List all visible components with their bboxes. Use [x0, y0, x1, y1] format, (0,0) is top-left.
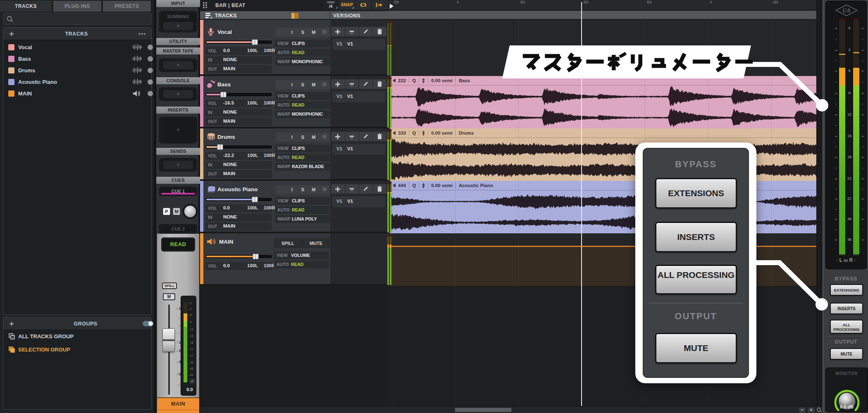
clip-quantize[interactable]: Q: [412, 78, 416, 83]
group-item-selection[interactable]: SELECTION GROUP: [3, 344, 151, 356]
volume-slider[interactable]: [205, 145, 272, 149]
search-input[interactable]: [3, 13, 152, 25]
track-param-row[interactable]: WARPRAZOR BLADE: [275, 163, 330, 171]
track-list-item[interactable]: Vocal: [3, 42, 151, 53]
solo-button[interactable]: S: [297, 30, 308, 35]
clip-collapse-icon[interactable]: [393, 183, 396, 188]
clip-transpose-value[interactable]: 0.00 semi: [431, 183, 453, 188]
bypass-extensions-button[interactable]: EXTENSIONS: [830, 284, 863, 296]
track-monitor-dot[interactable]: [148, 91, 153, 96]
cue-pan-button[interactable]: P: [163, 208, 170, 215]
track-color-swatch[interactable]: [8, 56, 14, 62]
version-chip[interactable]: V1V1: [332, 144, 385, 155]
clip-header[interactable]: 333Q0.00 semiDrums: [390, 128, 816, 138]
lane-vocal[interactable]: [387, 20, 816, 76]
remove-version-button[interactable]: [345, 184, 359, 194]
track-param-row[interactable]: INNONE: [205, 56, 272, 64]
track-list-item[interactable]: MAIN: [3, 88, 151, 100]
track-param-row[interactable]: INNONE: [205, 161, 272, 169]
remove-version-button[interactable]: [345, 79, 359, 89]
solo-button[interactable]: S: [297, 187, 308, 192]
inserts-slot[interactable]: +: [159, 117, 197, 143]
remove-version-button[interactable]: [345, 132, 359, 141]
spill-button[interactable]: SPILL: [274, 241, 302, 246]
sends-add-button[interactable]: +: [163, 161, 193, 169]
track-param-row[interactable]: WARPLUNA POLY: [275, 215, 330, 223]
groups-toggle[interactable]: [143, 321, 153, 326]
add-version-button[interactable]: [331, 27, 345, 36]
volume-slider[interactable]: [205, 40, 272, 44]
bypass-all-processing-button[interactable]: ALL PROCESSING: [830, 320, 863, 334]
track-list-item[interactable]: Acoustic Piano: [3, 76, 151, 88]
track-monitor-dot[interactable]: [148, 79, 153, 85]
inserts-add-button[interactable]: +: [163, 126, 193, 134]
track-param-row[interactable]: VIEWCLIPS: [275, 92, 330, 100]
tracks-panel-menu-button[interactable]: •••: [133, 30, 151, 37]
master-tape-slot[interactable]: +: [159, 59, 197, 72]
freeze-button[interactable]: [319, 82, 330, 88]
track-param-row[interactable]: VIEWVOLUME: [274, 252, 329, 259]
freeze-button[interactable]: [319, 29, 330, 35]
track-param-row[interactable]: WARPMONOPHONIC: [275, 110, 330, 118]
tab-plugins[interactable]: PLUG-INS: [53, 1, 102, 12]
cue1-button[interactable]: CUE 1: [159, 187, 197, 196]
volume-slider[interactable]: [205, 93, 272, 96]
track-param-row[interactable]: VOL0.0100L100R: [205, 47, 272, 55]
link-button[interactable]: [355, 0, 372, 9]
track-header-row[interactable]: VocalISMVOL0.0100L100RINNONEOUTMAINVIEWC…: [200, 20, 387, 75]
clip-transpose-value[interactable]: 0.00 semi: [431, 78, 453, 83]
track-param-row[interactable]: AUTOREAD: [275, 206, 330, 214]
clip-quantize[interactable]: Q: [412, 131, 416, 135]
play-start-marker[interactable]: [390, 4, 393, 9]
track-color-swatch[interactable]: [8, 79, 14, 85]
zoom-tool-icon[interactable]: [816, 407, 823, 413]
console-add-button[interactable]: +: [163, 90, 193, 98]
zoom-in-button[interactable]: +: [808, 408, 814, 413]
vertical-scrollbar[interactable]: [816, 0, 823, 406]
track-param-row[interactable]: OUTMAIN: [205, 170, 272, 178]
solo-button[interactable]: S: [297, 82, 308, 87]
timebase-label[interactable]: BAR | BEAT: [215, 2, 246, 8]
volume-slider[interactable]: [205, 255, 272, 258]
cue-mute-button[interactable]: M: [173, 208, 180, 215]
version-chip[interactable]: V1V1: [332, 91, 385, 102]
track-param-row[interactable]: AUTOREAD: [275, 101, 330, 109]
edit-version-button[interactable]: [359, 132, 373, 141]
monitor-knob[interactable]: [832, 389, 861, 413]
summing-slot[interactable]: SUMMING +: [159, 11, 197, 32]
track-monitor-dot[interactable]: [148, 68, 153, 73]
mute-button[interactable]: M: [308, 187, 319, 192]
track-param-row[interactable]: AUTOREAD: [274, 261, 329, 268]
track-param-row[interactable]: VIEWCLIPS: [275, 145, 330, 152]
track-color-icon[interactable]: [291, 13, 299, 19]
track-param-row[interactable]: VIEWCLIPS: [275, 197, 330, 205]
edit-version-button[interactable]: [359, 79, 373, 89]
track-param-row[interactable]: AUTOREAD: [275, 154, 330, 161]
overlay-all-processing-button[interactable]: ALL PROCESSING: [655, 265, 737, 294]
add-version-button[interactable]: [331, 184, 345, 194]
track-param-row[interactable]: VOL0.0100L100R: [205, 262, 272, 270]
follow-playhead-button[interactable]: [372, 0, 387, 9]
track-monitor-dot[interactable]: [148, 56, 153, 62]
summing-add-button[interactable]: +: [163, 22, 193, 30]
output-mute-button[interactable]: MUTE: [830, 348, 863, 360]
bypass-inserts-button[interactable]: INSERTS: [830, 303, 863, 314]
console-slot[interactable]: +: [159, 88, 197, 101]
clip-collapse-icon[interactable]: [393, 131, 396, 135]
overlay-inserts-button[interactable]: INSERTS: [655, 222, 737, 252]
delete-version-button[interactable]: [373, 79, 386, 89]
main-track-header-row[interactable]: MAINSPILLMUTEVOL0.0100L100RVIEWVOLUMEAUT…: [200, 233, 387, 285]
track-param-row[interactable]: VOL0.0100L100R: [205, 204, 272, 212]
horizontal-scroll-thumb[interactable]: [455, 408, 512, 412]
automation-mode-button[interactable]: READ: [161, 237, 195, 252]
track-color-swatch[interactable]: [8, 44, 14, 50]
clip-quantize[interactable]: Q: [412, 183, 416, 188]
track-param-row[interactable]: WARPMONOPHONIC: [275, 58, 330, 66]
add-track-button[interactable]: +: [3, 29, 20, 38]
cue-level-knob[interactable]: [184, 205, 197, 218]
track-param-row[interactable]: OUTMAIN: [205, 65, 272, 73]
track-color-swatch[interactable]: [8, 90, 14, 97]
timeline-ruler[interactable]: 2|433|23|33|444|2: [387, 0, 816, 10]
track-param-row[interactable]: AUTOREAD: [275, 49, 330, 57]
mute-button[interactable]: M: [308, 135, 319, 140]
